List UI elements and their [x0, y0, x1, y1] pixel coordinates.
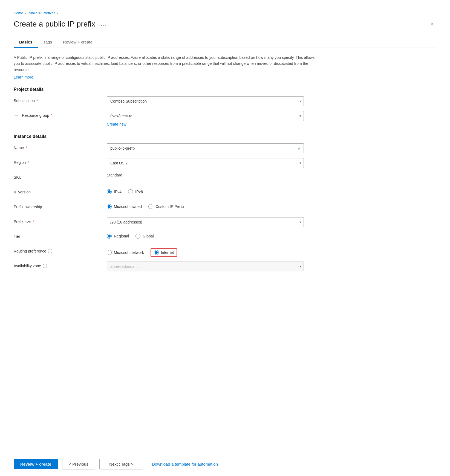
ip-version-ipv6-option[interactable]: IPv6	[128, 189, 143, 194]
resource-group-select[interactable]: (New) test-rg	[107, 111, 304, 121]
resource-group-row: └─ Resource group * (New) test-rg ▾ Crea…	[14, 111, 436, 126]
resource-group-select-wrapper: (New) test-rg ▾	[107, 111, 304, 121]
availability-zone-select[interactable]: Zone-redundant	[107, 262, 304, 271]
ip-version-label: IP version	[14, 188, 107, 194]
region-required: *	[27, 160, 29, 165]
prefix-size-control: /28 (16 addresses) ▾	[107, 217, 304, 227]
sku-static: Standard	[107, 171, 122, 177]
routing-preference-radio-group: Microsoft network Internet	[107, 247, 304, 257]
region-select[interactable]: East US 2	[107, 158, 304, 168]
region-label: Region *	[14, 158, 107, 165]
tier-label: Tier	[14, 232, 107, 239]
breadcrumb-home[interactable]: Home	[14, 11, 23, 15]
tier-row: Tier Regional Global	[14, 232, 436, 242]
breadcrumb-sep2: ›	[57, 11, 58, 15]
routing-microsoft-radio[interactable]	[107, 250, 112, 255]
footer-bar: Review + create < Previous Next : Tags >…	[0, 452, 450, 476]
prefix-ownership-custom-radio[interactable]	[148, 204, 153, 209]
name-check-icon: ✓	[298, 146, 301, 151]
learn-more-link[interactable]: Learn more.	[14, 75, 34, 79]
ip-version-ipv4-option[interactable]: IPv4	[107, 189, 122, 194]
subscription-select-wrapper: Contoso Subscription ▾	[107, 96, 304, 106]
tier-global-radio[interactable]	[135, 234, 140, 239]
section-project-details: Project details	[14, 87, 436, 92]
name-required: *	[25, 146, 27, 150]
sku-value: Standard	[107, 173, 304, 177]
routing-preference-info-icon[interactable]: i	[48, 249, 52, 253]
tier-global-option[interactable]: Global	[135, 234, 154, 239]
prefix-ownership-microsoft-label: Microsoft owned	[114, 204, 142, 209]
prefix-ownership-microsoft-radio[interactable]	[107, 204, 112, 209]
prefix-ownership-custom-label: Custom IP Prefix	[155, 204, 184, 209]
ip-version-ipv4-radio[interactable]	[107, 189, 112, 194]
tier-regional-radio[interactable]	[107, 234, 112, 239]
availability-zone-select-wrapper: Zone-redundant ▾	[107, 262, 304, 271]
prefix-ownership-control: Microsoft owned Custom IP Prefix	[107, 202, 304, 209]
region-control: East US 2 ▾	[107, 158, 304, 168]
automation-link[interactable]: Download a template for automation	[152, 462, 218, 466]
prefix-size-label: Prefix size *	[14, 217, 107, 224]
description-text: A Public IP prefix is a range of contigu…	[14, 54, 315, 73]
name-row: Name * ✓	[14, 143, 436, 153]
name-input[interactable]	[107, 143, 304, 153]
region-select-wrapper: East US 2 ▾	[107, 158, 304, 168]
review-create-button[interactable]: Review + create	[14, 459, 58, 469]
routing-internet-radio[interactable]	[154, 250, 159, 255]
ip-version-ipv4-label: IPv4	[114, 190, 122, 194]
resource-group-control: (New) test-rg ▾ Create new	[107, 111, 304, 126]
previous-button[interactable]: < Previous	[62, 459, 95, 469]
resource-group-required: *	[51, 113, 52, 118]
section-instance-details: Instance details	[14, 134, 436, 139]
availability-zone-control: Zone-redundant ▾	[107, 262, 304, 271]
page-title: Create a public IP prefix	[14, 20, 95, 28]
prefix-size-select[interactable]: /28 (16 addresses)	[107, 217, 304, 227]
tab-tags[interactable]: Tags	[38, 37, 57, 48]
breadcrumb-parent[interactable]: Public IP Prefixes	[28, 11, 56, 15]
name-control: ✓	[107, 143, 304, 153]
tier-regional-label: Regional	[114, 234, 129, 238]
tab-basics[interactable]: Basics	[14, 37, 38, 48]
main-content: Home › Public IP Prefixes › Create a pub…	[0, 0, 450, 452]
sku-row: SKU Standard	[14, 173, 436, 183]
tier-global-label: Global	[143, 234, 154, 238]
ip-version-radio-group: IPv4 IPv6	[107, 188, 304, 194]
create-new-link[interactable]: Create new	[107, 122, 304, 126]
breadcrumb: Home › Public IP Prefixes ›	[14, 5, 436, 15]
tier-radio-group: Regional Global	[107, 232, 304, 239]
name-label: Name *	[14, 143, 107, 150]
ellipsis-button[interactable]: ...	[99, 20, 109, 28]
subscription-required: *	[36, 98, 38, 103]
prefix-ownership-microsoft-option[interactable]: Microsoft owned	[107, 204, 142, 209]
ip-version-ipv6-label: IPv6	[135, 190, 143, 194]
availability-zone-info-icon[interactable]: i	[43, 264, 47, 268]
subscription-select[interactable]: Contoso Subscription	[107, 96, 304, 106]
close-button[interactable]: ×	[428, 19, 436, 29]
page-title-area: Create a public IP prefix ...	[14, 20, 109, 28]
tabs-container: Basics Tags Review + create	[14, 37, 436, 48]
subscription-row: Subscription * Contoso Subscription ▾	[14, 96, 436, 106]
tier-regional-option[interactable]: Regional	[107, 234, 129, 239]
routing-preference-label: Routing preference i	[14, 247, 107, 253]
routing-internet-option[interactable]: Internet	[154, 250, 174, 255]
routing-internet-highlight: Internet	[151, 248, 177, 257]
routing-microsoft-option[interactable]: Microsoft network	[107, 250, 144, 255]
page-header: Create a public IP prefix ... ×	[14, 19, 436, 29]
routing-microsoft-label: Microsoft network	[114, 250, 144, 255]
prefix-ownership-radio-group: Microsoft owned Custom IP Prefix	[107, 202, 304, 209]
prefix-ownership-custom-option[interactable]: Custom IP Prefix	[148, 204, 184, 209]
next-button[interactable]: Next : Tags >	[99, 459, 143, 469]
routing-preference-control: Microsoft network Internet	[107, 247, 304, 257]
subscription-label: Subscription *	[14, 96, 107, 103]
resource-group-label: └─ Resource group *	[14, 111, 107, 118]
ip-version-row: IP version IPv4 IPv6	[14, 188, 436, 198]
prefix-ownership-row: Prefix ownership Microsoft owned Custom …	[14, 202, 436, 212]
name-input-wrapper: ✓	[107, 143, 304, 153]
tab-review-create[interactable]: Review + create	[57, 37, 98, 48]
availability-zone-label: Availability zone i	[14, 262, 107, 268]
ip-version-control: IPv4 IPv6	[107, 188, 304, 194]
tier-control: Regional Global	[107, 232, 304, 239]
ip-version-ipv6-radio[interactable]	[128, 189, 133, 194]
breadcrumb-sep1: ›	[25, 11, 26, 15]
subscription-control: Contoso Subscription ▾	[107, 96, 304, 106]
routing-internet-label: Internet	[161, 250, 174, 255]
